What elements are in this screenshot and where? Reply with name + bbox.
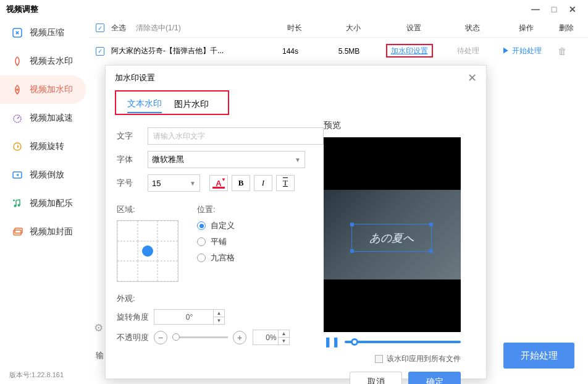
row-status: 待处理 xyxy=(439,46,497,56)
settings-gear-icon[interactable]: ⚙ xyxy=(94,322,103,335)
reverse-icon xyxy=(11,169,23,181)
sidebar-item-speed[interactable]: 视频加减速 xyxy=(0,104,90,132)
sidebar-item-music[interactable]: 视频加配乐 xyxy=(0,189,90,218)
appearance-label: 外观: xyxy=(117,293,324,304)
spin-down[interactable]: ▼ xyxy=(279,338,289,344)
select-all-label[interactable]: 全选 xyxy=(111,23,126,33)
minimize-button[interactable]: — xyxy=(526,3,545,15)
row-delete-button[interactable]: 🗑 xyxy=(558,46,567,56)
chevron-down-icon: ▼ xyxy=(190,180,196,187)
watermark-tabs: 文本水印 图片水印 xyxy=(115,90,229,115)
position-tile-radio[interactable]: 平铺 xyxy=(197,236,235,247)
apply-all-label: 该水印应用到所有文件 xyxy=(387,354,461,364)
col-status: 状态 xyxy=(443,23,502,33)
rotation-spinner[interactable]: 0° ▲▼ xyxy=(154,309,225,325)
row-filename: 阿大家的达芬奇-【指弹吉他】千... xyxy=(111,46,262,56)
table-row: ✓ 阿大家的达芬奇-【指弹吉他】千... 144s 5.5MB 加水印设置 待处… xyxy=(90,37,588,64)
watermark-text-input[interactable] xyxy=(148,127,324,145)
opacity-slider[interactable] xyxy=(172,336,228,338)
sidebar: 视频压缩 视频去水印 视频加水印 视频加减速 视频旋转 视频倒放 视频加配乐 视… xyxy=(0,19,90,365)
underline-button[interactable]: T xyxy=(276,175,295,191)
tab-image-watermark[interactable]: 图片水印 xyxy=(174,99,209,113)
row-start-link[interactable]: ▶ 开始处理 xyxy=(502,46,541,55)
modal-close-button[interactable]: ✕ xyxy=(468,71,477,85)
cover-icon xyxy=(11,226,23,238)
rotation-label: 旋转角度 xyxy=(117,312,154,323)
chevron-down-icon: ▼ xyxy=(295,156,301,163)
sidebar-item-label: 视频倒放 xyxy=(30,169,64,181)
row-checkbox[interactable]: ✓ xyxy=(96,47,104,56)
position-grid-radio[interactable]: 九宫格 xyxy=(197,252,235,263)
sidebar-item-label: 视频压缩 xyxy=(30,27,64,38)
spin-down[interactable]: ▼ xyxy=(214,317,224,324)
ok-button[interactable]: 确定 xyxy=(408,372,461,384)
sidebar-item-label: 视频旋转 xyxy=(30,141,64,152)
select-all-checkbox[interactable]: ✓ xyxy=(96,23,104,32)
remove-watermark-icon xyxy=(11,55,23,67)
start-processing-button[interactable]: 开始处理 xyxy=(503,343,574,369)
sidebar-item-cover[interactable]: 视频加封面 xyxy=(0,218,90,246)
watermark-settings-modal: 加水印设置 ✕ 文本水印 图片水印 文字 字体 微软雅黑▼ 字号 15▼ xyxy=(105,65,487,379)
size-label: 字号 xyxy=(117,177,148,189)
area-center-dot[interactable] xyxy=(138,241,158,262)
sidebar-item-label: 视频加减速 xyxy=(30,113,73,124)
sidebar-item-label: 视频去水印 xyxy=(30,56,73,67)
position-label: 位置: xyxy=(197,204,235,215)
row-duration: 144s xyxy=(262,47,318,56)
col-size: 大小 xyxy=(322,23,384,33)
rotate-icon xyxy=(11,140,23,153)
area-grid[interactable] xyxy=(117,220,178,282)
fontsize-select[interactable]: 15▼ xyxy=(148,174,200,192)
font-select[interactable]: 微软雅黑▼ xyxy=(148,151,305,168)
svg-point-5 xyxy=(18,204,20,207)
col-settings: 设置 xyxy=(384,23,443,33)
spin-up[interactable]: ▲ xyxy=(214,310,224,317)
position-custom-radio[interactable]: 自定义 xyxy=(197,220,235,231)
col-delete: 删除 xyxy=(551,23,582,33)
opacity-minus-button[interactable]: − xyxy=(154,331,167,344)
sidebar-item-label: 视频加封面 xyxy=(30,226,73,237)
pause-button[interactable]: ❚❚ xyxy=(324,336,340,348)
progress-thumb[interactable] xyxy=(351,338,358,346)
opacity-spinner[interactable]: 0% ▲▼ xyxy=(253,330,290,345)
col-duration: 时长 xyxy=(267,23,322,33)
progress-track[interactable] xyxy=(345,341,461,343)
sidebar-item-reverse[interactable]: 视频倒放 xyxy=(0,161,90,189)
version-label: 版本号:1.22.8.161 xyxy=(9,370,64,380)
bold-button[interactable]: B xyxy=(232,175,250,191)
sidebar-item-remove-watermark[interactable]: 视频去水印 xyxy=(0,47,90,75)
sidebar-item-rotate[interactable]: 视频旋转 xyxy=(0,132,90,161)
watermark-box[interactable]: あの夏へ xyxy=(351,224,432,252)
col-action: 操作 xyxy=(502,23,551,33)
apply-all-checkbox[interactable] xyxy=(375,355,383,363)
opacity-label: 不透明度 xyxy=(117,332,154,343)
output-label: 输 xyxy=(96,350,104,361)
clear-selection-link[interactable]: 清除选中(1/1) xyxy=(136,23,181,33)
tab-text-watermark[interactable]: 文本水印 xyxy=(127,98,162,113)
cancel-button[interactable]: 取消 xyxy=(350,372,402,384)
opacity-plus-button[interactable]: + xyxy=(233,331,246,344)
sidebar-item-label: 视频加配乐 xyxy=(30,198,73,209)
svg-point-4 xyxy=(14,205,17,207)
area-label: 区域: xyxy=(117,204,178,215)
window-title: 视频调整 xyxy=(6,4,38,15)
close-button[interactable]: ✕ xyxy=(563,3,582,15)
italic-button[interactable]: I xyxy=(254,175,272,191)
text-label: 文字 xyxy=(117,130,148,142)
speed-icon xyxy=(11,112,23,124)
add-watermark-icon xyxy=(11,83,23,96)
font-label: 字体 xyxy=(117,154,148,165)
preview-area[interactable]: あの夏へ xyxy=(324,137,461,332)
compress-icon xyxy=(11,27,23,39)
font-color-button[interactable]: A▼ xyxy=(209,175,228,191)
spin-up[interactable]: ▲ xyxy=(279,330,289,338)
sidebar-item-add-watermark[interactable]: 视频加水印 xyxy=(0,75,86,104)
row-size: 5.5MB xyxy=(318,47,380,56)
sidebar-item-label: 视频加水印 xyxy=(30,84,73,95)
row-settings-link[interactable]: 加水印设置 xyxy=(386,44,433,58)
sidebar-item-compress[interactable]: 视频压缩 xyxy=(0,19,90,47)
preview-label: 预览 xyxy=(324,120,475,131)
maximize-button[interactable]: □ xyxy=(545,3,563,15)
music-icon xyxy=(11,197,23,210)
table-header: ✓ 全选 清除选中(1/1) 时长 大小 设置 状态 操作 删除 xyxy=(90,19,588,37)
